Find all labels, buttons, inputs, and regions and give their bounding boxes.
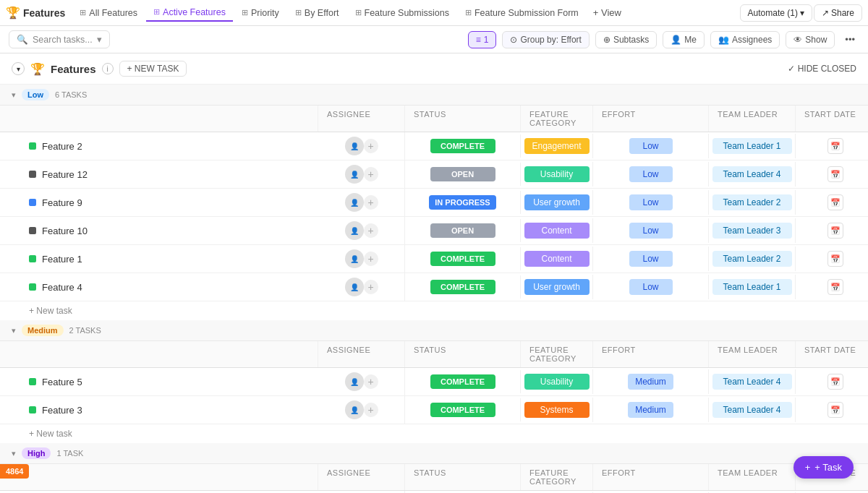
status-cell[interactable]: OPEN bbox=[405, 163, 521, 186]
collapse-button[interactable]: ▾ bbox=[12, 62, 25, 75]
group-collapse-medium[interactable]: ▾ bbox=[12, 326, 16, 335]
add-assignee-button[interactable]: + bbox=[364, 374, 378, 389]
effort-cell[interactable]: Medium bbox=[593, 398, 709, 422]
filter-button[interactable]: ≡ 1 bbox=[468, 31, 497, 48]
filter-icon: ≡ bbox=[476, 35, 481, 45]
effort-cell[interactable]: Low bbox=[593, 275, 709, 299]
group-badge-high: High bbox=[22, 447, 51, 459]
add-assignee-button[interactable]: + bbox=[364, 195, 378, 210]
status-cell[interactable]: COMPLETE bbox=[405, 247, 521, 270]
task-name[interactable]: Feature 4 bbox=[42, 282, 82, 293]
effort-cell[interactable]: Low bbox=[593, 134, 709, 158]
groupby-button[interactable]: ⊙ Group by: Effort bbox=[502, 31, 590, 48]
status-cell[interactable]: COMPLETE bbox=[405, 370, 521, 393]
new-task-medium[interactable]: + New task bbox=[0, 424, 868, 443]
effort-cell[interactable]: Low bbox=[593, 218, 709, 243]
status-badge: COMPLETE bbox=[430, 252, 495, 266]
effort-cell[interactable]: Low bbox=[593, 190, 709, 215]
start-date-cell[interactable]: 📅 bbox=[796, 275, 868, 299]
assignees-button[interactable]: 👥 Assignees bbox=[710, 31, 780, 48]
share-button[interactable]: ↗ Share bbox=[814, 4, 862, 22]
more-options-button[interactable]: ••• bbox=[841, 31, 859, 48]
effort-cell[interactable]: Medium bbox=[593, 369, 709, 394]
tab-priority[interactable]: ⊞ Priority bbox=[234, 5, 286, 21]
status-cell[interactable]: IN PROGRESS bbox=[405, 191, 521, 214]
new-task-button[interactable]: + NEW TASK bbox=[119, 61, 187, 77]
start-date-cell[interactable]: 📅 bbox=[796, 398, 868, 422]
status-cell[interactable]: COMPLETE bbox=[405, 398, 521, 421]
table-row: Feature 4 👤 + COMPLETE User growth Low T… bbox=[0, 273, 868, 301]
start-date-cell[interactable]: 📅 bbox=[796, 162, 868, 187]
app-icon: 🏆 bbox=[6, 6, 20, 20]
start-date-cell[interactable]: 📅 bbox=[796, 190, 868, 215]
category-cell[interactable]: User growth bbox=[521, 190, 593, 215]
add-assignee-button[interactable]: + bbox=[364, 403, 378, 417]
add-assignee-button[interactable]: + bbox=[364, 167, 378, 181]
add-assignee-button[interactable]: + bbox=[364, 139, 378, 153]
team-leader-cell[interactable]: Team Leader 1 bbox=[709, 134, 796, 158]
assignee-cell: 👤 + bbox=[318, 132, 405, 160]
task-name-cell: Feature 4 bbox=[0, 276, 318, 299]
group-collapse-high[interactable]: ▾ bbox=[12, 449, 16, 458]
avatar: 👤 bbox=[345, 221, 364, 240]
hide-closed-button[interactable]: ✓ HIDE CLOSED bbox=[788, 64, 856, 74]
group-collapse-low[interactable]: ▾ bbox=[12, 90, 16, 100]
category-cell[interactable]: Content bbox=[521, 246, 593, 271]
team-leader-cell[interactable]: Team Leader 4 bbox=[709, 162, 796, 187]
task-name[interactable]: Feature 10 bbox=[42, 226, 88, 236]
status-badge: COMPLETE bbox=[430, 374, 495, 389]
add-assignee-button[interactable]: + bbox=[364, 252, 378, 266]
status-badge: COMPLETE bbox=[430, 403, 495, 417]
team-leader-cell[interactable]: Team Leader 2 bbox=[709, 246, 796, 271]
add-assignee-button[interactable]: + bbox=[364, 280, 378, 294]
task-name[interactable]: Feature 9 bbox=[42, 197, 82, 208]
new-task-low[interactable]: + New task bbox=[0, 301, 868, 320]
effort-badge: Low bbox=[629, 251, 673, 267]
team-leader-cell[interactable]: Team Leader 1 bbox=[709, 275, 796, 299]
tab-feature-submission-form[interactable]: ⊞ Feature Submission Form bbox=[458, 5, 586, 21]
start-date-cell[interactable]: 📅 bbox=[796, 246, 868, 271]
category-cell[interactable]: Content bbox=[521, 218, 593, 243]
show-button[interactable]: 👁 Show bbox=[786, 31, 835, 48]
category-cell[interactable]: Systems bbox=[521, 398, 593, 422]
category-cell[interactable]: User growth bbox=[521, 275, 593, 299]
task-name[interactable]: Feature 12 bbox=[42, 169, 88, 180]
start-date-cell[interactable]: 📅 bbox=[796, 218, 868, 243]
team-leader-cell[interactable]: Team Leader 3 bbox=[709, 218, 796, 243]
task-name[interactable]: Feature 3 bbox=[42, 405, 82, 416]
task-name[interactable]: Feature 2 bbox=[42, 141, 82, 152]
subtasks-button[interactable]: ⊕ Subtasks bbox=[595, 31, 657, 48]
info-button[interactable]: i bbox=[102, 63, 114, 74]
effort-cell[interactable]: Low bbox=[593, 246, 709, 271]
tab-feature-submissions[interactable]: ⊞ Feature Submissions bbox=[348, 5, 456, 21]
search-box[interactable]: 🔍 Search tasks... ▾ bbox=[9, 30, 110, 48]
effort-badge: Medium bbox=[628, 402, 673, 418]
task-name[interactable]: Feature 1 bbox=[42, 254, 82, 265]
add-view-button[interactable]: + View bbox=[587, 4, 627, 21]
tab-by-effort[interactable]: ⊞ By Effort bbox=[288, 5, 346, 21]
start-date-cell[interactable]: 📅 bbox=[796, 369, 868, 394]
team-leader-cell[interactable]: Team Leader 4 bbox=[709, 369, 796, 394]
start-date-cell[interactable]: 📅 bbox=[796, 134, 868, 158]
avatar: 👤 bbox=[345, 278, 364, 296]
toolbar: 🔍 Search tasks... ▾ ≡ 1 ⊙ Group by: Effo… bbox=[0, 26, 868, 53]
team-leader-cell[interactable]: Team Leader 2 bbox=[709, 190, 796, 215]
me-button[interactable]: 👤 Me bbox=[663, 31, 705, 48]
category-cell[interactable]: Usability bbox=[521, 162, 593, 187]
team-leader-cell[interactable]: Team Leader 4 bbox=[709, 398, 796, 422]
app-title: Features bbox=[23, 7, 65, 19]
col-category: FEATURE CATEGORY bbox=[521, 106, 593, 132]
status-cell[interactable]: COMPLETE bbox=[405, 275, 521, 299]
col-start-date: START DATE bbox=[796, 341, 868, 367]
automate-button[interactable]: Automate (1) ▾ bbox=[740, 4, 812, 22]
tab-active-features[interactable]: ⊞ Active Features bbox=[146, 4, 233, 22]
add-assignee-button[interactable]: + bbox=[364, 223, 378, 238]
tab-all-features[interactable]: ⊞ All Features bbox=[72, 5, 145, 21]
task-name[interactable]: Feature 5 bbox=[42, 377, 82, 387]
status-cell[interactable]: COMPLETE bbox=[405, 134, 521, 158]
category-cell[interactable]: Engagement bbox=[521, 134, 593, 158]
effort-cell[interactable]: Low bbox=[593, 162, 709, 187]
status-cell[interactable]: OPEN bbox=[405, 219, 521, 242]
fab-task-button[interactable]: + + Task bbox=[793, 456, 854, 479]
category-cell[interactable]: Usability bbox=[521, 369, 593, 394]
